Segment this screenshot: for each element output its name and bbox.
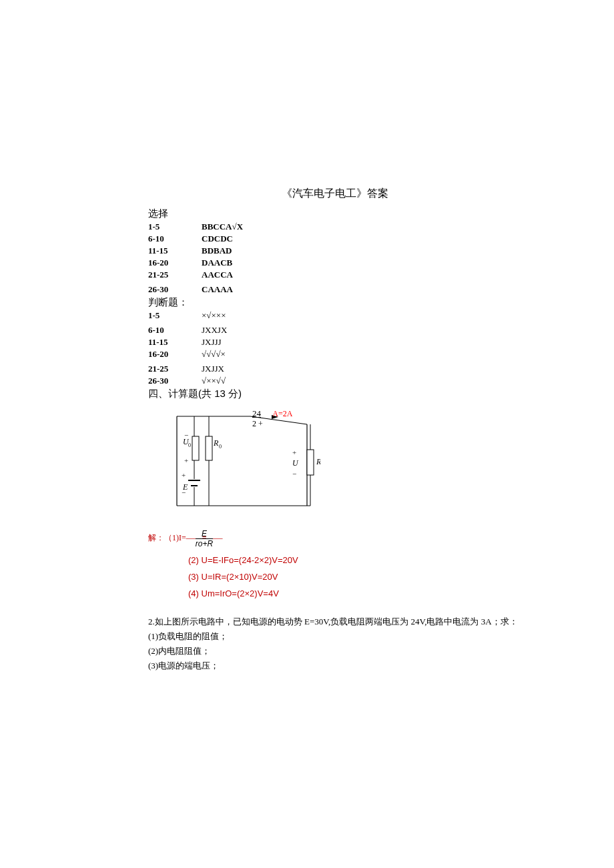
- diagram-a2a: A=2A: [272, 409, 292, 418]
- svg-text:0: 0: [188, 442, 191, 448]
- solution-line-3: (3) U=IR=(2×10)V=20V: [188, 572, 522, 582]
- svg-text:−: −: [182, 488, 186, 496]
- range-label: 21-25: [148, 364, 202, 374]
- choice-row: 1-5 BBCCA√X: [148, 222, 522, 232]
- range-label: 6-10: [148, 234, 202, 244]
- circuit-diagram: U 0 − + R 0 + E − + U − R: [174, 411, 522, 534]
- solution-line-2: (2) U=E-IFo=(24-2×2)V=20V: [188, 555, 522, 565]
- choice-row: 21-25 AACCA: [148, 270, 522, 280]
- question-2: 2.如上图所示电路中，已知电源的电动势 E=30V,负载电阻两端电压为 24V,…: [148, 614, 522, 673]
- answer-text: CAAAA: [202, 284, 233, 295]
- answer-text: BBCCA√X: [202, 222, 243, 232]
- range-label: 6-10: [148, 325, 202, 336]
- answer-text: AACCA: [202, 270, 233, 280]
- choice-row: 11-15 BDBAD: [148, 246, 522, 256]
- svg-rect-6: [192, 436, 199, 460]
- calc-section-title: 四、计算题(共 13 分): [148, 388, 522, 400]
- range-label: 16-20: [148, 258, 202, 268]
- q2-stem: 2.如上图所示电路中，已知电源的电动势 E=30V,负载电阻两端电压为 24V,…: [148, 614, 522, 629]
- svg-rect-28: [307, 450, 314, 475]
- svg-text:+: +: [292, 448, 296, 456]
- range-label: 26-30: [148, 376, 202, 386]
- answer-text: √××√√: [202, 376, 226, 386]
- choice-section-label: 选择: [148, 207, 522, 220]
- sol-e: E: [196, 529, 213, 539]
- judge-section-label: 判断题：: [148, 296, 522, 309]
- judge-row: 26-30 √××√√: [148, 376, 522, 386]
- svg-text:R: R: [316, 457, 320, 466]
- answer-text: JXJJJ: [202, 337, 222, 348]
- range-label: 21-25: [148, 270, 202, 280]
- solution-line-4: (4) Um=IrO=(2×2)V=4V: [188, 588, 522, 598]
- answer-text: ×√×××: [202, 310, 226, 321]
- svg-text:−: −: [184, 431, 188, 439]
- answer-text: CDCDC: [202, 234, 233, 244]
- range-label: 11-15: [148, 337, 202, 348]
- q2-part3: (3)电源的端电压；: [148, 659, 522, 673]
- answer-text: JXJJX: [202, 364, 224, 374]
- range-label: 11-15: [148, 246, 202, 256]
- range-label: 26-30: [148, 284, 202, 295]
- svg-text:+: +: [182, 471, 186, 479]
- choice-row: 6-10 CDCDC: [148, 234, 522, 244]
- svg-text:−: −: [292, 470, 296, 478]
- judge-row: 21-25 JXJJX: [148, 364, 522, 374]
- diagram-top-den: 2 +: [252, 419, 306, 429]
- svg-text:U: U: [292, 458, 299, 468]
- judge-row: 16-20 √√√√×: [148, 349, 522, 360]
- q2-part2: (2)内电阻阻值；: [148, 644, 522, 659]
- range-label: 1-5: [148, 310, 202, 321]
- solution-line-1: 解：（1)I=——=—— E ro+R: [148, 529, 522, 548]
- answer-text: BDBAD: [202, 246, 232, 256]
- range-label: 1-5: [148, 222, 202, 232]
- svg-text:+: +: [184, 456, 188, 464]
- judge-row: 11-15 JXJJJ: [148, 337, 522, 348]
- q2-part1: (1)负载电阻的阻值；: [148, 629, 522, 644]
- choice-row: 16-20 DAACB: [148, 258, 522, 268]
- svg-text:0: 0: [219, 444, 222, 450]
- choice-row: 26-30 CAAAA: [148, 284, 522, 295]
- sol-denom: ro+R: [196, 539, 213, 548]
- judge-row: 1-5 ×√×××: [148, 310, 522, 321]
- diagram-top-24: 24: [252, 408, 261, 419]
- svg-text:R: R: [213, 438, 219, 448]
- judge-row: 6-10 JXXJX: [148, 325, 522, 336]
- answer-text: JXXJX: [202, 325, 227, 336]
- doc-title: 《汽车电子电工》答案: [148, 187, 522, 201]
- answer-text: √√√√×: [202, 349, 226, 360]
- answer-text: DAACB: [202, 258, 232, 268]
- range-label: 16-20: [148, 349, 202, 360]
- svg-rect-11: [206, 436, 212, 460]
